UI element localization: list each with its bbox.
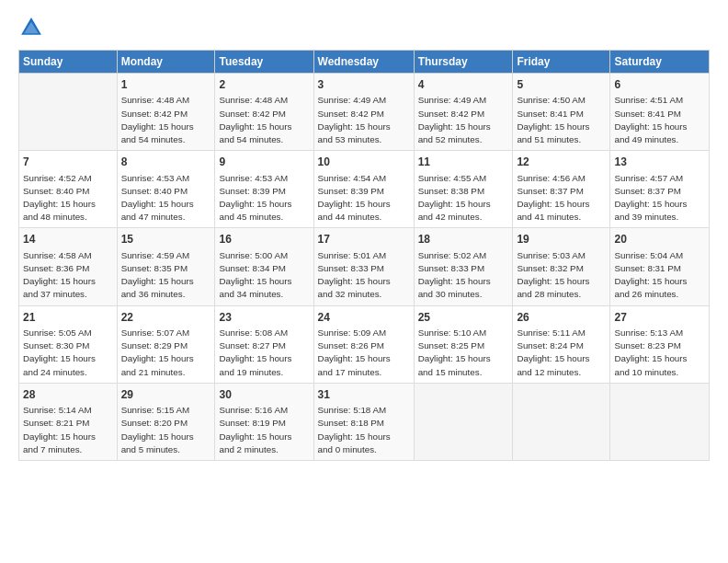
day-info: Sunrise: 4:53 AM Sunset: 8:39 PM Dayligh… — [219, 172, 309, 224]
day-number: 15 — [121, 232, 211, 247]
day-info: Sunrise: 5:09 AM Sunset: 8:26 PM Dayligh… — [318, 327, 410, 379]
day-number: 16 — [219, 232, 309, 247]
day-number: 14 — [23, 232, 113, 247]
calendar-cell: 17Sunrise: 5:01 AM Sunset: 8:33 PM Dayli… — [313, 228, 414, 305]
calendar-cell: 22Sunrise: 5:07 AM Sunset: 8:29 PM Dayli… — [117, 305, 215, 383]
day-info: Sunrise: 5:02 AM Sunset: 8:33 PM Dayligh… — [418, 249, 509, 302]
day-info: Sunrise: 5:03 AM Sunset: 8:32 PM Dayligh… — [517, 249, 606, 302]
day-number: 9 — [219, 155, 309, 170]
day-info: Sunrise: 5:01 AM Sunset: 8:33 PM Dayligh… — [318, 249, 410, 302]
day-info: Sunrise: 4:58 AM Sunset: 8:36 PM Dayligh… — [23, 249, 113, 302]
header — [18, 15, 710, 40]
calendar-cell: 7Sunrise: 4:52 AM Sunset: 8:40 PM Daylig… — [19, 151, 118, 228]
calendar-cell — [610, 383, 710, 460]
day-info: Sunrise: 4:53 AM Sunset: 8:40 PM Dayligh… — [121, 172, 211, 224]
day-info: Sunrise: 5:10 AM Sunset: 8:25 PM Dayligh… — [418, 327, 509, 379]
day-info: Sunrise: 4:48 AM Sunset: 8:42 PM Dayligh… — [121, 94, 211, 146]
day-info: Sunrise: 5:11 AM Sunset: 8:24 PM Dayligh… — [517, 327, 606, 379]
day-info: Sunrise: 4:55 AM Sunset: 8:38 PM Dayligh… — [418, 172, 509, 224]
calendar-cell — [414, 383, 513, 460]
day-number: 27 — [614, 310, 705, 326]
week-row-2: 14Sunrise: 4:58 AM Sunset: 8:36 PM Dayli… — [19, 228, 710, 305]
calendar-cell: 29Sunrise: 5:15 AM Sunset: 8:20 PM Dayli… — [117, 383, 215, 460]
calendar-cell: 5Sunrise: 4:50 AM Sunset: 8:41 PM Daylig… — [513, 74, 610, 151]
header-day-saturday: Saturday — [610, 51, 710, 74]
header-day-wednesday: Wednesday — [313, 51, 414, 74]
calendar-table: SundayMondayTuesdayWednesdayThursdayFrid… — [18, 50, 710, 461]
day-number: 31 — [318, 387, 410, 403]
header-day-friday: Friday — [513, 51, 610, 74]
day-number: 12 — [517, 155, 606, 170]
week-row-1: 7Sunrise: 4:52 AM Sunset: 8:40 PM Daylig… — [19, 151, 710, 228]
calendar-cell: 26Sunrise: 5:11 AM Sunset: 8:24 PM Dayli… — [513, 305, 610, 383]
calendar-cell: 8Sunrise: 4:53 AM Sunset: 8:40 PM Daylig… — [117, 151, 215, 228]
day-info: Sunrise: 5:07 AM Sunset: 8:29 PM Dayligh… — [121, 327, 211, 379]
day-info: Sunrise: 4:51 AM Sunset: 8:41 PM Dayligh… — [614, 94, 705, 146]
day-info: Sunrise: 5:15 AM Sunset: 8:20 PM Dayligh… — [121, 404, 211, 456]
day-number: 26 — [517, 310, 606, 326]
day-info: Sunrise: 5:13 AM Sunset: 8:23 PM Dayligh… — [614, 327, 705, 379]
calendar-cell: 12Sunrise: 4:56 AM Sunset: 8:37 PM Dayli… — [513, 151, 610, 228]
day-number: 22 — [121, 310, 211, 326]
logo — [18, 15, 48, 40]
day-number: 25 — [418, 310, 509, 326]
day-info: Sunrise: 4:52 AM Sunset: 8:40 PM Dayligh… — [23, 172, 113, 224]
day-info: Sunrise: 5:14 AM Sunset: 8:21 PM Dayligh… — [23, 404, 113, 456]
calendar-cell: 25Sunrise: 5:10 AM Sunset: 8:25 PM Dayli… — [414, 305, 513, 383]
header-row: SundayMondayTuesdayWednesdayThursdayFrid… — [19, 51, 710, 74]
calendar-cell: 28Sunrise: 5:14 AM Sunset: 8:21 PM Dayli… — [19, 383, 118, 460]
day-number: 2 — [219, 77, 309, 93]
calendar-cell: 21Sunrise: 5:05 AM Sunset: 8:30 PM Dayli… — [19, 305, 118, 383]
day-info: Sunrise: 4:57 AM Sunset: 8:37 PM Dayligh… — [614, 172, 705, 224]
day-number: 8 — [121, 155, 211, 170]
calendar-cell: 18Sunrise: 5:02 AM Sunset: 8:33 PM Dayli… — [414, 228, 513, 305]
day-info: Sunrise: 4:50 AM Sunset: 8:41 PM Dayligh… — [517, 94, 606, 146]
day-info: Sunrise: 4:49 AM Sunset: 8:42 PM Dayligh… — [318, 94, 410, 146]
day-number: 4 — [418, 77, 509, 93]
calendar-cell: 9Sunrise: 4:53 AM Sunset: 8:39 PM Daylig… — [215, 151, 313, 228]
day-number: 30 — [219, 387, 309, 403]
calendar-cell: 30Sunrise: 5:16 AM Sunset: 8:19 PM Dayli… — [215, 383, 313, 460]
day-number: 10 — [318, 155, 410, 170]
week-row-3: 21Sunrise: 5:05 AM Sunset: 8:30 PM Dayli… — [19, 305, 710, 383]
day-info: Sunrise: 4:59 AM Sunset: 8:35 PM Dayligh… — [121, 249, 211, 302]
day-number: 24 — [318, 310, 410, 326]
header-day-monday: Monday — [117, 51, 215, 74]
day-number: 7 — [23, 155, 113, 170]
calendar-cell: 14Sunrise: 4:58 AM Sunset: 8:36 PM Dayli… — [19, 228, 118, 305]
page: SundayMondayTuesdayWednesdayThursdayFrid… — [0, 0, 728, 470]
day-number: 13 — [614, 155, 705, 170]
day-info: Sunrise: 5:16 AM Sunset: 8:19 PM Dayligh… — [219, 404, 309, 456]
day-number: 20 — [614, 232, 705, 247]
week-row-0: 1Sunrise: 4:48 AM Sunset: 8:42 PM Daylig… — [19, 74, 710, 151]
day-number: 23 — [219, 310, 309, 326]
calendar-cell: 6Sunrise: 4:51 AM Sunset: 8:41 PM Daylig… — [610, 74, 710, 151]
day-number: 6 — [614, 77, 705, 93]
calendar-cell — [19, 74, 118, 151]
day-info: Sunrise: 5:08 AM Sunset: 8:27 PM Dayligh… — [219, 327, 309, 379]
day-info: Sunrise: 4:49 AM Sunset: 8:42 PM Dayligh… — [418, 94, 509, 146]
day-number: 1 — [121, 77, 211, 93]
calendar-cell: 4Sunrise: 4:49 AM Sunset: 8:42 PM Daylig… — [414, 74, 513, 151]
calendar-cell: 31Sunrise: 5:18 AM Sunset: 8:18 PM Dayli… — [313, 383, 414, 460]
calendar-cell: 20Sunrise: 5:04 AM Sunset: 8:31 PM Dayli… — [610, 228, 710, 305]
calendar-cell: 16Sunrise: 5:00 AM Sunset: 8:34 PM Dayli… — [215, 228, 313, 305]
day-info: Sunrise: 5:18 AM Sunset: 8:18 PM Dayligh… — [318, 404, 410, 456]
calendar-cell: 10Sunrise: 4:54 AM Sunset: 8:39 PM Dayli… — [313, 151, 414, 228]
calendar-cell: 15Sunrise: 4:59 AM Sunset: 8:35 PM Dayli… — [117, 228, 215, 305]
calendar-cell: 27Sunrise: 5:13 AM Sunset: 8:23 PM Dayli… — [610, 305, 710, 383]
day-info: Sunrise: 5:00 AM Sunset: 8:34 PM Dayligh… — [219, 249, 309, 302]
day-number: 18 — [418, 232, 509, 247]
calendar-cell: 2Sunrise: 4:48 AM Sunset: 8:42 PM Daylig… — [215, 74, 313, 151]
header-day-thursday: Thursday — [414, 51, 513, 74]
day-number: 29 — [121, 387, 211, 403]
calendar-cell: 19Sunrise: 5:03 AM Sunset: 8:32 PM Dayli… — [513, 228, 610, 305]
header-day-tuesday: Tuesday — [215, 51, 313, 74]
day-number: 5 — [517, 77, 606, 93]
week-row-4: 28Sunrise: 5:14 AM Sunset: 8:21 PM Dayli… — [19, 383, 710, 460]
calendar-cell — [513, 383, 610, 460]
calendar-cell: 23Sunrise: 5:08 AM Sunset: 8:27 PM Dayli… — [215, 305, 313, 383]
day-number: 3 — [318, 77, 410, 93]
day-number: 21 — [23, 310, 113, 326]
day-info: Sunrise: 4:56 AM Sunset: 8:37 PM Dayligh… — [517, 172, 606, 224]
